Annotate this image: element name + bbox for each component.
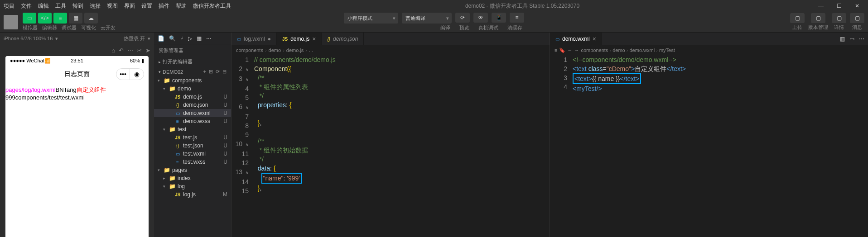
tb-label: 编译: [440, 24, 450, 31]
simulator-button[interactable]: ▭: [23, 13, 36, 24]
editor1-tabs: ▭log.wxml●JSdemo.js×{}demo.json: [231, 33, 550, 45]
crumb[interactable]: demo: [269, 47, 281, 53]
tree-item-demo.js[interactable]: JSdemo.jsU: [154, 93, 231, 101]
menu-编辑[interactable]: 编辑: [38, 2, 49, 10]
tree-item-index[interactable]: ▸📁index: [154, 174, 231, 182]
debug-icon[interactable]: ▷: [188, 35, 192, 42]
editor1-code[interactable]: 12 ∨3 ∨456 ∨78910 ∨111213 ∨1415 // compo…: [231, 55, 550, 237]
crumb[interactable]: ...: [309, 47, 313, 53]
avatar[interactable]: [4, 15, 18, 29]
tree-item-components[interactable]: ▾📁components: [154, 76, 231, 85]
tab-demo.wxml[interactable]: ▭demo.wxml×: [550, 33, 602, 45]
menu-设置[interactable]: 设置: [141, 2, 152, 10]
tree-item-test.wxss[interactable]: ≡test.wxssU: [154, 158, 231, 166]
close-icon[interactable]: ×: [593, 35, 596, 43]
menu-转到[interactable]: 转到: [72, 2, 83, 10]
window-controls: — ☐ ✕: [814, 1, 864, 10]
open-editors-section[interactable]: ▸打开的编辑器: [154, 57, 231, 67]
ellipsis-icon[interactable]: ⋯: [859, 36, 864, 42]
files-icon[interactable]: 📄: [158, 35, 164, 42]
preview-button[interactable]: 👁: [473, 13, 488, 23]
collapse-icon[interactable]: ⊟: [222, 69, 227, 75]
capsule-close-icon[interactable]: ◉: [130, 69, 144, 80]
remote-debug-button[interactable]: 📱: [492, 13, 506, 23]
ext-icon[interactable]: ▦: [197, 35, 202, 42]
compile-select[interactable]: 普通编译: [402, 13, 452, 24]
menu-帮助[interactable]: 帮助: [176, 2, 187, 10]
tb-label: 详情: [834, 24, 844, 31]
crumb[interactable]: demo.js: [286, 47, 304, 53]
详情-button[interactable]: ▢: [832, 13, 846, 23]
ellipsis-icon[interactable]: ⋯: [127, 47, 133, 54]
new-file-icon[interactable]: +: [203, 69, 206, 75]
消息-button[interactable]: ▢: [850, 13, 864, 23]
tb-label: 版本管理: [808, 24, 828, 31]
nav-back-icon[interactable]: ←: [567, 47, 572, 53]
tree-item-log.js[interactable]: JSlog.jsM: [154, 190, 231, 199]
editor2-code[interactable]: 1234 <!--components/demo/demo.wxml--><te…: [550, 55, 868, 237]
minimize-button[interactable]: —: [814, 1, 828, 10]
back-icon[interactable]: ↶: [119, 47, 124, 54]
more-icon[interactable]: ▭: [849, 36, 854, 42]
tree-item-log[interactable]: ▾📁log: [154, 182, 231, 190]
close-button[interactable]: ✕: [850, 1, 864, 10]
menu-工具[interactable]: 工具: [55, 2, 66, 10]
tree-item-test.wxml[interactable]: ▭test.wxmlU: [154, 150, 231, 158]
project-section[interactable]: ▾DEMO02 + ⊞ ⟳ ⊟: [154, 67, 231, 76]
nav-fwd-icon[interactable]: →: [574, 47, 579, 53]
search-icon[interactable]: 🔍: [169, 35, 176, 42]
close-icon[interactable]: ×: [312, 35, 316, 43]
tree-item-test.json[interactable]: {}test.jsonU: [154, 142, 231, 150]
menu-界面[interactable]: 界面: [124, 2, 135, 10]
phone-status-bar: ●●●●● WeChat📶 23:51 60% ▮: [5, 56, 149, 65]
tab-log.wxml[interactable]: ▭log.wxml●: [231, 33, 277, 45]
crumb[interactable]: myTest: [659, 47, 675, 53]
git-icon[interactable]: ⑂: [180, 35, 183, 42]
editor-button[interactable]: </>: [38, 13, 52, 24]
tab-demo.json[interactable]: {}demo.json: [322, 33, 364, 45]
capsule-button[interactable]: ••• ◉: [116, 68, 144, 80]
tb-label: 可视化: [81, 24, 96, 31]
mode-select[interactable]: 小程序模式: [344, 13, 398, 24]
more-icon[interactable]: ⋯: [206, 35, 212, 42]
tab-demo.js[interactable]: JSdemo.js×: [277, 33, 322, 45]
debugger-button[interactable]: ≡: [53, 13, 67, 24]
list-icon[interactable]: ≡: [555, 47, 557, 53]
tree-item-demo[interactable]: ▾📁demo: [154, 85, 231, 93]
crumb[interactable]: demo.wxml: [629, 47, 655, 53]
menu-项目[interactable]: 项目: [4, 2, 14, 10]
tree-item-demo.wxss[interactable]: ≡demo.wxssU: [154, 117, 231, 125]
crumb[interactable]: components: [236, 47, 263, 53]
split-icon[interactable]: ▥: [840, 36, 845, 42]
cloud-button[interactable]: ☁: [84, 13, 98, 24]
menu-微信开发者工具[interactable]: 微信开发者工具: [193, 2, 231, 10]
capsule-menu-icon[interactable]: •••: [116, 69, 130, 80]
refresh-icon[interactable]: ⟳: [216, 69, 220, 75]
page-path-text: pages/log/log.wxml: [5, 86, 56, 93]
上传-button[interactable]: ▢: [790, 13, 805, 23]
tree-item-demo.wxml[interactable]: ▭demo.wxmlU: [154, 109, 231, 117]
more-icon[interactable]: ➤: [145, 47, 150, 54]
crumb[interactable]: components: [581, 47, 608, 53]
tree-item-test[interactable]: ▾📁test: [154, 125, 231, 133]
tree-item-demo.json[interactable]: {}demo.jsonU: [154, 101, 231, 109]
menu-插件[interactable]: 插件: [159, 2, 169, 10]
tb-label: 调试器: [62, 24, 77, 31]
new-folder-icon[interactable]: ⊞: [209, 69, 213, 75]
menu-选择[interactable]: 选择: [90, 2, 101, 10]
home-icon[interactable]: ⌂: [111, 47, 115, 54]
visual-button[interactable]: ▦: [69, 13, 82, 24]
clear-cache-button[interactable]: ≡: [510, 13, 524, 23]
compile-button[interactable]: ⟳: [455, 13, 470, 23]
menu-文件[interactable]: 文件: [21, 2, 32, 10]
cut-icon[interactable]: ✂: [137, 47, 142, 54]
crumb[interactable]: demo: [612, 47, 625, 53]
menu-视图[interactable]: 视图: [107, 2, 118, 10]
tree-item-test.js[interactable]: JStest.jsU: [154, 133, 231, 142]
hot-reload-status[interactable]: 热重载 开: [124, 35, 145, 42]
tree-item-pages[interactable]: ▾📁pages: [154, 166, 231, 174]
版本管理-button[interactable]: ▢: [811, 13, 825, 23]
device-select[interactable]: iPhone 6/7/8 100% 16: [4, 36, 53, 41]
bookmark-icon[interactable]: 🔖: [559, 47, 565, 53]
maximize-button[interactable]: ☐: [832, 1, 846, 10]
